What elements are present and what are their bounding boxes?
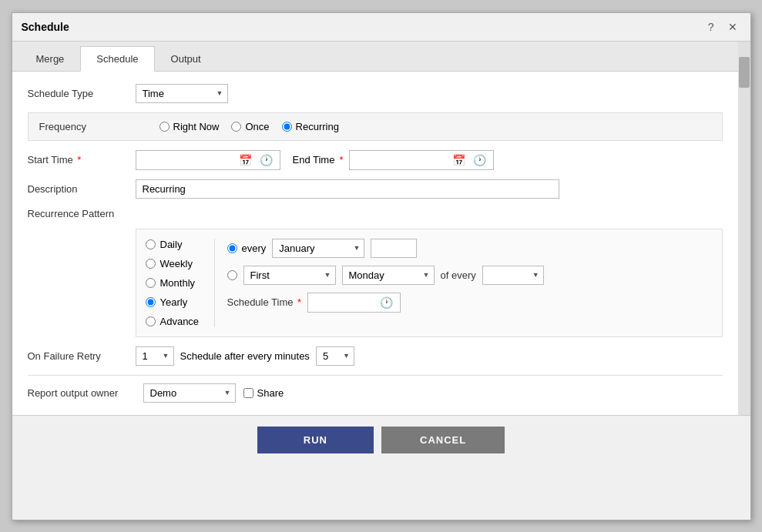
schedule-time-row: Schedule Time * 12:00 AM 🕐 bbox=[227, 293, 713, 313]
tab-output[interactable]: Output bbox=[155, 46, 217, 71]
frequency-label: Frequency bbox=[39, 121, 147, 132]
schedule-dialog: Schedule ? ✕ Merge Schedule Output bbox=[12, 12, 751, 520]
pattern-yearly[interactable]: Yearly bbox=[146, 296, 203, 308]
pattern-advance[interactable]: Advance bbox=[146, 316, 203, 327]
end-time-label-wrap: End Time * bbox=[293, 154, 344, 166]
schedule-time-clock-icon[interactable]: 🕐 bbox=[378, 296, 395, 309]
recurrence-left-label bbox=[28, 229, 136, 337]
of-every-select-wrap bbox=[482, 266, 544, 285]
minutes-select[interactable]: 5 10 15 bbox=[316, 346, 354, 366]
end-time-calendar-icon[interactable]: 📅 bbox=[450, 153, 468, 167]
title-bar-actions: ? ✕ bbox=[704, 19, 741, 35]
pattern-monthly[interactable]: Monthly bbox=[146, 277, 203, 289]
every-radio-option[interactable]: every bbox=[227, 243, 267, 254]
recurrence-pattern-row: Recurrence Pattern bbox=[28, 208, 723, 219]
month-select-wrap: January February March bbox=[272, 239, 364, 258]
daily-radio[interactable] bbox=[146, 239, 156, 249]
end-time-required: * bbox=[339, 154, 343, 166]
schedule-type-row: Schedule Type Time bbox=[28, 84, 723, 103]
title-bar: Schedule ? ✕ bbox=[12, 13, 750, 42]
start-time-clock-icon[interactable]: 🕐 bbox=[257, 153, 275, 167]
start-time-input-wrap: 2022-03-09 16:16:39 📅 🕐 bbox=[136, 150, 280, 170]
on-failure-row: On Failure Retry 1 2 3 Schedule after ev… bbox=[28, 346, 723, 366]
every-sub-radio[interactable] bbox=[227, 243, 237, 253]
recurring-radio[interactable] bbox=[282, 122, 292, 132]
description-row: Description bbox=[28, 179, 723, 199]
of-every-label: of every bbox=[441, 269, 476, 281]
tab-schedule[interactable]: Schedule bbox=[80, 46, 154, 72]
every-month-row: every January February March bbox=[227, 239, 713, 258]
recurrence-right-panel: every January February March bbox=[227, 239, 713, 327]
report-owner-label: Report output owner bbox=[28, 387, 136, 399]
retry-count-select[interactable]: 1 2 3 bbox=[136, 346, 174, 366]
of-every-select[interactable] bbox=[482, 266, 544, 285]
run-button[interactable]: RUN bbox=[257, 427, 374, 453]
report-owner-select[interactable]: Demo bbox=[143, 383, 236, 403]
end-time-clock-icon[interactable]: 🕐 bbox=[471, 153, 488, 167]
footer-buttons: RUN CANCEL bbox=[12, 415, 750, 464]
start-time-required: * bbox=[75, 154, 82, 166]
on-failure-label: On Failure Retry bbox=[28, 350, 136, 362]
minutes-select-wrap: 5 10 15 bbox=[316, 346, 354, 366]
schedule-type-select-wrap: Time bbox=[136, 84, 228, 103]
recurrence-main-layout: Daily Weekly Monthly bbox=[146, 239, 713, 327]
recurrence-options-column: Daily Weekly Monthly bbox=[146, 239, 215, 327]
retry-count-wrap: 1 2 3 bbox=[136, 346, 174, 366]
scrollbar-thumb[interactable] bbox=[739, 57, 750, 88]
recurrence-pattern-label: Recurrence Pattern bbox=[28, 208, 136, 219]
monthly-radio[interactable] bbox=[146, 278, 156, 288]
form-area: Schedule Type Time Frequency Right Now bbox=[12, 72, 738, 415]
schedule-time-input-wrap: 12:00 AM 🕐 bbox=[307, 293, 401, 313]
cancel-button[interactable]: CANCEL bbox=[381, 427, 505, 453]
right-now-radio[interactable] bbox=[159, 122, 170, 132]
end-time-input-wrap: 2022-03-09 16:46:39 📅 🕐 bbox=[349, 150, 494, 170]
advance-radio[interactable] bbox=[146, 316, 156, 326]
description-label: Description bbox=[28, 183, 136, 195]
report-owner-select-wrap: Demo bbox=[143, 383, 236, 403]
share-label: Share bbox=[257, 387, 284, 399]
frequency-right-now[interactable]: Right Now bbox=[159, 121, 220, 132]
close-button[interactable]: ✕ bbox=[724, 19, 741, 35]
start-time-calendar-icon[interactable]: 📅 bbox=[237, 153, 254, 167]
start-time-label: Start Time * bbox=[28, 154, 136, 166]
occurrence-row: First Second Third Fourth Last bbox=[227, 266, 713, 285]
description-input[interactable] bbox=[136, 179, 559, 199]
pattern-weekly[interactable]: Weekly bbox=[146, 258, 203, 269]
end-time-input[interactable]: 2022-03-09 16:46:39 bbox=[354, 154, 447, 166]
tab-bar: Merge Schedule Output bbox=[12, 42, 738, 72]
month-select[interactable]: January February March bbox=[272, 239, 364, 258]
recurrence-panel: Daily Weekly Monthly bbox=[136, 229, 723, 337]
weekly-radio[interactable] bbox=[146, 259, 156, 269]
occurrence-select-wrap: First Second Third Fourth Last bbox=[243, 266, 336, 285]
dialog-title: Schedule bbox=[22, 21, 69, 33]
once-radio[interactable] bbox=[231, 122, 241, 132]
schedule-time-input[interactable]: 12:00 AM bbox=[313, 296, 374, 308]
occurrence-select[interactable]: First Second Third Fourth Last bbox=[243, 266, 336, 285]
scrollbar[interactable] bbox=[738, 42, 750, 415]
occurrence-radio-option[interactable] bbox=[227, 270, 237, 280]
share-checkbox-wrap[interactable]: Share bbox=[243, 387, 284, 399]
schedule-time-label: Schedule Time * bbox=[227, 296, 302, 308]
schedule-type-select[interactable]: Time bbox=[136, 84, 228, 103]
yearly-radio[interactable] bbox=[146, 297, 156, 307]
occurrence-sub-radio[interactable] bbox=[227, 270, 237, 280]
recurrence-area: Daily Weekly Monthly bbox=[28, 229, 723, 337]
report-owner-row: Report output owner Demo Share bbox=[28, 375, 723, 403]
tab-merge[interactable]: Merge bbox=[20, 46, 81, 71]
time-row: Start Time * 2022-03-09 16:16:39 📅 🕐 End… bbox=[28, 150, 723, 170]
dialog-body: Merge Schedule Output Schedule Type Time bbox=[12, 42, 750, 415]
day-number-input[interactable] bbox=[371, 239, 417, 258]
frequency-recurring[interactable]: Recurring bbox=[282, 121, 339, 132]
share-checkbox[interactable] bbox=[243, 388, 253, 398]
help-button[interactable]: ? bbox=[704, 19, 718, 35]
schedule-time-required: * bbox=[295, 296, 302, 308]
schedule-type-label: Schedule Type bbox=[28, 88, 136, 99]
on-failure-controls: 1 2 3 Schedule after every minutes 5 10 … bbox=[136, 346, 354, 366]
weekday-select[interactable]: Monday Tuesday Wednesday bbox=[342, 266, 435, 285]
frequency-row: Frequency Right Now Once Recurring bbox=[28, 112, 723, 141]
main-content: Merge Schedule Output Schedule Type Time bbox=[12, 42, 738, 415]
pattern-daily[interactable]: Daily bbox=[146, 239, 203, 250]
start-time-input[interactable]: 2022-03-09 16:16:39 bbox=[141, 154, 233, 166]
schedule-after-label: Schedule after every minutes bbox=[180, 350, 310, 362]
frequency-once[interactable]: Once bbox=[231, 121, 269, 132]
